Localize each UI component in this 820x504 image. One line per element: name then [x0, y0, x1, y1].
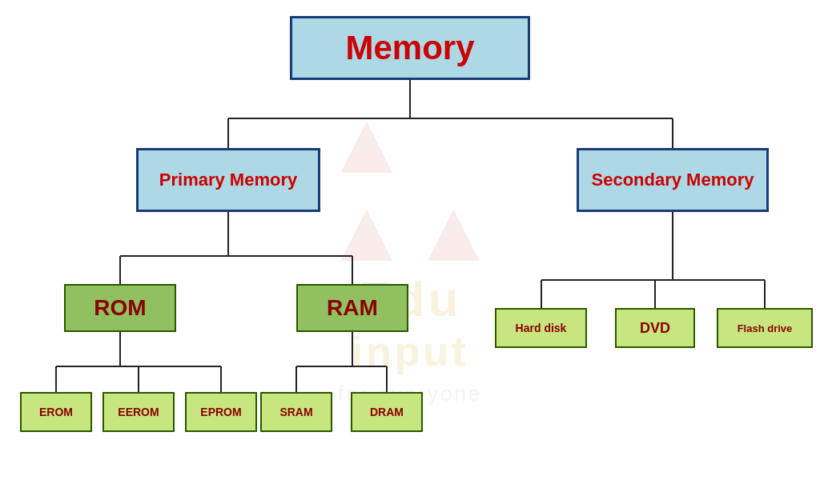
- flashdrive-label: Flash drive: [738, 322, 793, 334]
- erom-label: EROM: [39, 406, 73, 418]
- dvd-node: DVD: [615, 308, 695, 348]
- sram-label: SRAM: [279, 406, 312, 418]
- eprom-node: EPROM: [185, 392, 257, 432]
- memory-label: Memory: [345, 29, 474, 67]
- primary-memory-node: Primary Memory: [136, 148, 320, 212]
- diagram: Memory Primary Memory Secondary Memory R…: [0, 0, 820, 504]
- dvd-label: DVD: [640, 320, 670, 337]
- rom-label: ROM: [94, 295, 146, 321]
- dram-node: DRAM: [351, 392, 423, 432]
- eprom-label: EPROM: [200, 406, 241, 418]
- erom-node: EROM: [20, 392, 92, 432]
- memory-node: Memory: [290, 16, 530, 80]
- secondary-memory-node: Secondary Memory: [577, 148, 769, 212]
- rom-node: ROM: [64, 284, 176, 332]
- ram-label: RAM: [327, 295, 378, 321]
- eerom-node: EEROM: [102, 392, 175, 432]
- ram-node: RAM: [296, 284, 408, 332]
- flashdrive-node: Flash drive: [717, 308, 813, 348]
- dram-label: DRAM: [370, 406, 404, 418]
- secondary-memory-label: Secondary Memory: [592, 170, 754, 190]
- eerom-label: EEROM: [118, 406, 159, 418]
- harddisk-label: Hard disk: [516, 322, 567, 334]
- primary-memory-label: Primary Memory: [159, 170, 297, 190]
- harddisk-node: Hard disk: [495, 308, 587, 348]
- sram-node: SRAM: [260, 392, 332, 432]
